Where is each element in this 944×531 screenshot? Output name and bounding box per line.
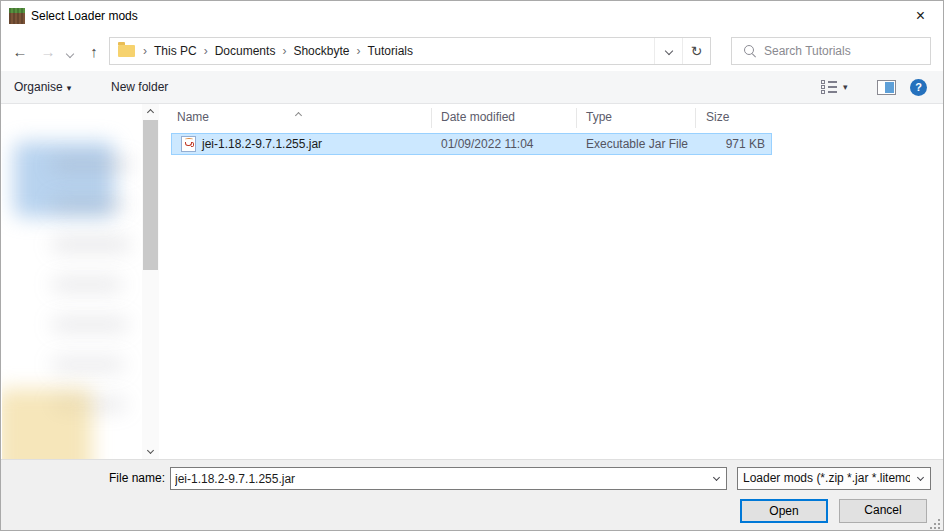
java-jar-file-icon bbox=[181, 136, 196, 152]
minecraft-grass-block-icon bbox=[9, 8, 25, 24]
command-toolbar: Organise▾ New folder ▾ ? bbox=[1, 71, 943, 104]
recent-locations-chevron-icon[interactable] bbox=[61, 32, 79, 71]
breadcrumb-this-pc[interactable]: This PC bbox=[150, 44, 201, 58]
dialog-footer: File name: Loader mods (*.zip *.jar *.li… bbox=[1, 459, 943, 531]
scroll-up-icon[interactable] bbox=[142, 105, 159, 120]
column-divider[interactable] bbox=[431, 108, 432, 128]
column-header-name[interactable]: Name bbox=[177, 104, 209, 131]
breadcrumb-separator-icon[interactable]: › bbox=[140, 44, 150, 58]
resize-grip[interactable] bbox=[930, 519, 940, 529]
file-list: Name Date modified Type Size jei-1.18.2-… bbox=[163, 104, 944, 459]
search-input[interactable] bbox=[764, 44, 930, 58]
navigation-pane-blurred bbox=[2, 104, 141, 459]
up-icon[interactable]: ↑ bbox=[81, 32, 107, 71]
blurred-sidebar-item bbox=[52, 319, 128, 330]
search-box[interactable] bbox=[731, 37, 931, 65]
window-title: Select Loader mods bbox=[31, 1, 138, 32]
blurred-sidebar-item bbox=[2, 389, 92, 459]
blurred-sidebar-item bbox=[52, 159, 132, 170]
scroll-down-icon[interactable] bbox=[142, 443, 159, 458]
back-icon[interactable]: ← bbox=[7, 32, 33, 71]
file-name: jei-1.18.2-9.7.1.255.jar bbox=[202, 134, 322, 154]
file-type-filter-value: Loader mods (*.zip *.jar *.litemod bbox=[743, 468, 910, 489]
file-type-filter-dropdown[interactable]: Loader mods (*.zip *.jar *.litemod bbox=[737, 467, 931, 490]
change-view-button[interactable]: ▾ bbox=[821, 79, 848, 95]
chevron-down-icon[interactable] bbox=[910, 468, 930, 489]
close-icon[interactable]: × bbox=[898, 1, 943, 32]
search-icon bbox=[744, 45, 756, 57]
organise-label: Organise bbox=[14, 80, 63, 94]
organise-button[interactable]: Organise▾ bbox=[14, 71, 71, 103]
breadcrumb-separator-icon[interactable]: › bbox=[201, 44, 211, 58]
chevron-down-icon[interactable] bbox=[706, 468, 726, 489]
file-name-input[interactable] bbox=[171, 468, 705, 489]
file-type: Executable Jar File bbox=[586, 134, 688, 154]
column-divider[interactable] bbox=[576, 108, 577, 128]
address-bar[interactable]: › This PC › Documents › Shockbyte › Tuto… bbox=[109, 37, 711, 65]
blurred-sidebar-item bbox=[52, 239, 130, 250]
forward-icon: → bbox=[35, 32, 61, 71]
title-bar: Select Loader mods × bbox=[1, 1, 943, 32]
blurred-sidebar-item bbox=[52, 279, 122, 290]
file-size: 971 KB bbox=[726, 134, 765, 154]
file-date-modified: 01/09/2022 11:04 bbox=[441, 134, 534, 154]
breadcrumb-shockbyte[interactable]: Shockbyte bbox=[289, 44, 353, 58]
breadcrumb-tutorials[interactable]: Tutorials bbox=[363, 44, 417, 58]
refresh-icon[interactable]: ↻ bbox=[682, 38, 710, 64]
open-button[interactable]: Open bbox=[740, 499, 828, 523]
list-view-icon bbox=[821, 79, 838, 95]
sort-ascending-icon bbox=[296, 107, 301, 121]
chevron-down-icon: ▾ bbox=[67, 83, 72, 93]
breadcrumb-documents[interactable]: Documents bbox=[211, 44, 280, 58]
column-divider[interactable] bbox=[695, 108, 696, 128]
breadcrumb-separator-icon[interactable]: › bbox=[353, 44, 363, 58]
new-folder-button[interactable]: New folder bbox=[111, 71, 168, 103]
chevron-down-icon: ▾ bbox=[843, 82, 848, 92]
column-header-size[interactable]: Size bbox=[706, 104, 729, 131]
help-icon[interactable]: ? bbox=[910, 79, 927, 96]
dialog-content: Name Date modified Type Size jei-1.18.2-… bbox=[1, 104, 944, 459]
breadcrumb-separator-icon[interactable]: › bbox=[279, 44, 289, 58]
folder-icon bbox=[118, 45, 135, 57]
cancel-button[interactable]: Cancel bbox=[839, 499, 927, 523]
column-headers: Name Date modified Type Size bbox=[163, 104, 944, 131]
file-dialog-window: Select Loader mods × ← → ↑ › This PC › D… bbox=[0, 0, 944, 531]
address-dropdown-chevron-icon[interactable] bbox=[654, 38, 682, 64]
blurred-sidebar-item bbox=[52, 359, 124, 370]
column-header-date-modified[interactable]: Date modified bbox=[441, 104, 515, 131]
scrollbar-thumb[interactable] bbox=[143, 120, 158, 270]
blurred-sidebar-item bbox=[52, 199, 127, 210]
navigation-bar: ← → ↑ › This PC › Documents › Shockbyte … bbox=[1, 32, 943, 71]
sidebar-scrollbar[interactable] bbox=[142, 104, 159, 459]
preview-pane-icon[interactable] bbox=[877, 80, 896, 95]
column-header-type[interactable]: Type bbox=[586, 104, 612, 131]
file-name-label: File name: bbox=[101, 467, 165, 490]
file-name-combobox[interactable] bbox=[170, 467, 727, 490]
file-row-selected[interactable]: jei-1.18.2-9.7.1.255.jar 01/09/2022 11:0… bbox=[171, 133, 772, 155]
